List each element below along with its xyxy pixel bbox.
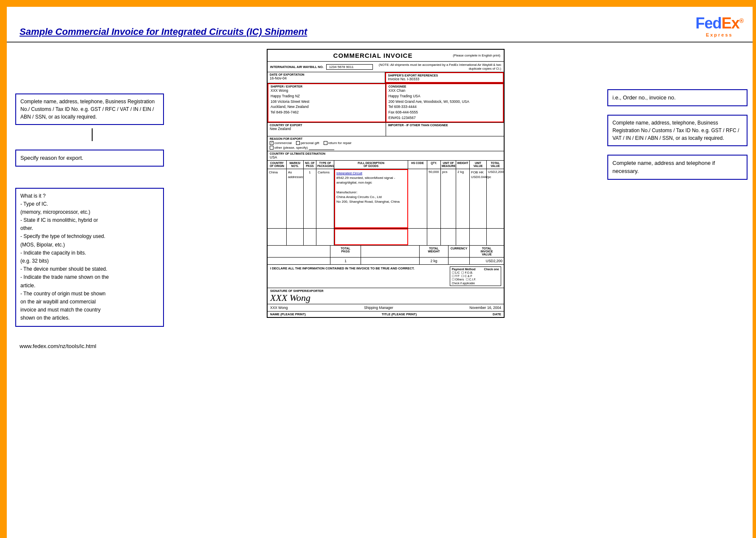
country-export-label: COUNTRY OF EXPORT — [270, 124, 384, 127]
date-ref-row: DATE OF EXPORTATION 16-Nov-04 SHIPPER'S … — [268, 72, 504, 83]
th-unit-measure: UNIT OFMEASURE — [441, 161, 456, 169]
totals-pkgs-value: 1 — [330, 258, 361, 264]
name-label: NAME (PLEASE PRINT) — [270, 312, 306, 316]
reason-personal-item: personal gift — [296, 141, 319, 145]
th-weight: WEIGHT — [456, 161, 470, 169]
td-total-value: USD2,200 — [487, 169, 504, 228]
left-ann-box-3: What is it ? - Type of IC. (memory, micr… — [15, 188, 164, 327]
consignee-tel: Tel 608-333-4444 — [389, 104, 501, 110]
destination-section: COUNTRY OF ULTIMATE DESTINATION USA — [268, 151, 504, 161]
left-ann-text-3: What is it ? - Type of IC. (memory, micr… — [20, 192, 159, 323]
desc-detail: 8542.29 mounted, siliconMixed signal - a… — [336, 176, 406, 185]
footer-url: www.fedex.com/nz/tools/ic.html — [7, 340, 756, 353]
totals-spacer — [268, 246, 330, 257]
payment-options: ☐ L/C☐ F.O.B. — [452, 271, 499, 275]
importer-cell: IMPORTER - IF OTHER THAN CONSIGNEE — [386, 123, 504, 136]
td-packaging: Cartons — [316, 169, 334, 228]
totals-weight-value: 2 kg — [420, 258, 449, 264]
signer-title: Shipping Manager — [364, 306, 393, 310]
desc-mfr-addr: No 200, Shanghai Road, Shanghai, China — [336, 199, 406, 204]
td-country: China — [268, 169, 287, 228]
right-ann-box-1: i.e., Order no., invoice no. — [607, 89, 748, 106]
reason-label: REASON FOR EXPORT — [270, 137, 502, 140]
reason-section: REASON FOR EXPORT ✓ commercial personal … — [268, 136, 504, 151]
date-label: DATE — [493, 312, 501, 316]
signature-row: SIGNATURE OF SHIPPER/EXPORTER XXX Wong — [268, 288, 504, 304]
date-export-label: DATE OF EXPORTATION — [270, 73, 383, 76]
consignee-address: 200 West Grand Ave, Woodstock, WI, 53000… — [389, 99, 501, 105]
right-ann-box-2: Complete name, address, telephone, Busin… — [607, 115, 748, 146]
left-ann-text-2: Specify reason for export. — [20, 155, 83, 161]
th-desc: FULL DESCRIPTIONOF GOODS — [334, 161, 408, 169]
left-annotation-1: Complete name, address, telephone, Busin… — [15, 93, 164, 141]
shippers-ref-cell: SHIPPER'S EXPORT REFERENCES Invoice No. … — [385, 72, 504, 83]
right-annotation-2: Complete name, address, telephone, Busin… — [607, 115, 748, 146]
th-marks: MARKS/NO'S. — [287, 161, 304, 169]
shipper-name: XXX Wong — [271, 88, 383, 93]
reason-checkboxes: ✓ commercial personal gift return for re… — [270, 141, 502, 145]
shipper-company: Happy Trading NZ — [271, 93, 383, 99]
page-header: Sample Commercial Invoice for Integrated… — [7, 7, 756, 42]
totals-invoice-cell: TOTAL INVOICE VALUE — [470, 246, 504, 257]
th-pkgs: NO. OFPKGS — [304, 161, 316, 169]
shippers-ref-label: SHIPPER'S EXPORT REFERENCES — [388, 74, 501, 77]
td-hs — [408, 169, 427, 228]
td-weight: 2 kg — [456, 169, 470, 228]
shipper-label: SHIPPER / EXPORTER — [271, 85, 383, 88]
shipper-cell: SHIPPER / EXPORTER XXX Wong Happy Tradin… — [268, 83, 386, 122]
desc-mfr-label: Manufacturer: — [336, 190, 406, 195]
shipper-city: Auckland, New Zealand — [271, 104, 383, 110]
shipper-address: 108 Victoria Street West — [271, 99, 383, 105]
payment-options-3: ☐ Others☐ C.I.F. — [452, 278, 499, 281]
table-empty-row-1 — [268, 229, 504, 246]
shipper-info: XXX Wong Happy Trading NZ 108 Victoria S… — [271, 88, 383, 115]
totals-weight-label: TOTAL WEIGHT — [421, 247, 447, 253]
td-unit-measure: pcs — [441, 169, 456, 228]
th-country: COUNTRYOF ORIGIN — [268, 161, 287, 169]
declaration-row: I DECLARE ALL THE INFORMATION CONTAINED … — [268, 265, 504, 288]
reason-return-item: return for repair — [324, 141, 352, 145]
invoice-print-note: (Please complete in English print) — [424, 54, 500, 57]
waybill-note: (NOTE: All shipments must be accompanied… — [377, 63, 501, 71]
totals-values-row: 1 2 kg USD2,200 — [268, 258, 504, 265]
sig-label: SIGNATURE OF SHIPPER/EXPORTER — [270, 289, 501, 292]
importer-label: IMPORTER - IF OTHER THAN CONSIGNEE — [388, 124, 502, 127]
waybill-label: INTERNATIONAL AIR WAYBILL NO. — [270, 65, 324, 69]
personal-label: personal gift — [301, 141, 319, 145]
field-labels-row: NAME (PLEASE PRINT) TITLE (PLEASE PRINT)… — [268, 311, 504, 317]
shipper-consignee-row: SHIPPER / EXPORTER XXX Wong Happy Tradin… — [268, 83, 504, 123]
waybill-row: INTERNATIONAL AIR WAYBILL NO. 1234 5678 … — [268, 62, 504, 72]
left-annotation-3: What is it ? - Type of IC. (memory, micr… — [15, 188, 164, 327]
right-annotation-1: i.e., Order no., invoice no. — [607, 89, 748, 106]
left-ann-box-2: Specify reason for export. — [15, 150, 164, 167]
td-unit-value: FOB HK USD0.044/pc — [470, 169, 487, 228]
check-applicable: Check if applicable — [452, 282, 499, 285]
right-annotation-3: Complete name, address and telephone if … — [607, 155, 748, 180]
table-header-row: COUNTRYOF ORIGIN MARKS/NO'S. NO. OFPKGS … — [268, 161, 504, 170]
personal-checkbox[interactable] — [296, 141, 300, 145]
consignee-name: XXX Chan — [389, 88, 501, 93]
invoice-title-row: COMMERCIAL INVOICE (Please complete in E… — [268, 50, 504, 62]
totals-pkgs-cell: TOTAL PKGS — [330, 246, 361, 257]
shippers-ref-value: Invoice No. I-30333 — [388, 77, 501, 81]
fedex-logo: FedEx® Express — [696, 14, 743, 37]
desc-link: Integrated Circuit — [336, 171, 406, 176]
td-pkgs: 1 — [304, 169, 316, 228]
right-ann-text-1: i.e., Order no., invoice no. — [612, 94, 676, 101]
signer-name: XXX Wong — [270, 306, 288, 310]
fedex-wordmark: FedEx® — [696, 14, 743, 32]
shipper-tel: Tel 849-356-7462 — [271, 110, 383, 115]
country-importer-row: COUNTRY OF EXPORT New Zealand IMPORTER -… — [268, 123, 504, 136]
consignee-info: XXX Chan Happy Trading USA 200 West Gran… — [389, 88, 501, 121]
totals-weight-cell: TOTAL WEIGHT — [420, 246, 449, 257]
right-ann-text-3: Complete name, address and telephone if … — [612, 160, 715, 175]
return-checkbox[interactable] — [324, 141, 327, 145]
country-export-cell: COUNTRY OF EXPORT New Zealand — [268, 123, 386, 136]
other-checkbox[interactable] — [270, 146, 274, 150]
left-annotations: Complete name, address, telephone, Busin… — [15, 49, 168, 335]
commercial-checkbox[interactable]: ✓ — [270, 141, 274, 145]
fed-text: Fed — [696, 14, 722, 32]
consignee-label: CONSIGNEE — [389, 85, 501, 88]
signature-image: XXX Wong — [270, 292, 501, 303]
return-label: return for repair — [328, 141, 352, 145]
